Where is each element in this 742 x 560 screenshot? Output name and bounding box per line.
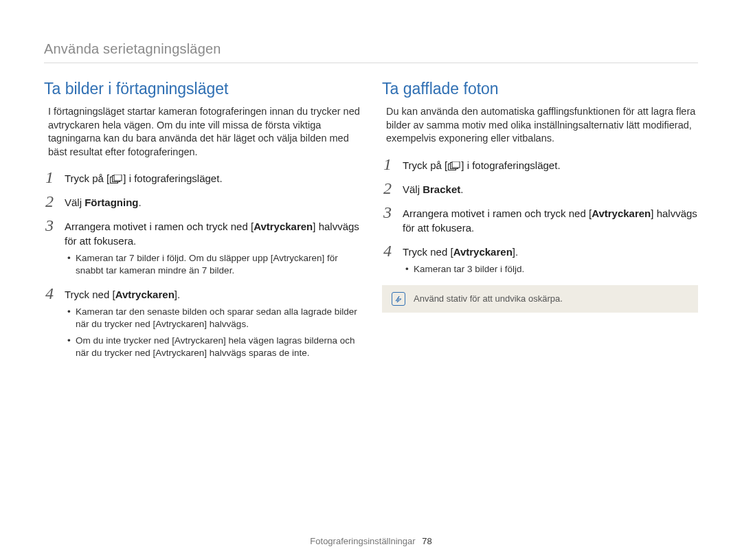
left-step-2: Välj Förtagning. (44, 195, 360, 210)
list-item: Kameran tar den senaste bilden och spara… (66, 306, 360, 331)
left-step-3-sub: Kameran tar 7 bilder i följd. Om du släp… (66, 251, 360, 277)
step-text: Arrangera motivet i ramen och tryck ned … (65, 221, 254, 232)
step-text: ]. (513, 246, 518, 258)
right-steps: Tryck på [] i fotograferingsläget. Välj … (382, 158, 698, 276)
step-text-bold: Bracket (423, 183, 460, 195)
left-step-4-sub: Kameran tar den senaste bilden och spara… (66, 304, 360, 360)
left-intro: I förtagningsläget startar kameran fotog… (48, 105, 360, 159)
sub-text-bold: Avtryckaren (155, 319, 204, 329)
page-number: 78 (422, 536, 431, 546)
left-heading: Ta bilder i förtagningsläget (44, 80, 360, 98)
burst-icon (110, 175, 122, 184)
svg-rect-2 (114, 175, 122, 181)
step-text: . (139, 197, 142, 208)
step-text-bold: Förtagning (85, 197, 138, 208)
step-text: Tryck ned [ (403, 246, 453, 258)
list-item: Om du inte trycker ned [Avtryckaren] hel… (66, 335, 360, 359)
left-steps: Tryck på [] i fotograferingsläget. Välj … (44, 171, 360, 359)
right-intro: Du kan använda den automatiska gafflings… (386, 105, 698, 146)
step-text: Tryck ned [ (65, 289, 115, 300)
step-text: Tryck på [ (403, 159, 447, 171)
left-column: Ta bilder i förtagningsläget I förtagnin… (44, 80, 360, 370)
step-text: Välj (403, 183, 423, 195)
sub-text-bold: Avtryckaren (155, 348, 204, 358)
right-step-2: Välj Bracket. (382, 182, 698, 197)
sub-text: ] halvvägs sparas de inte. (204, 348, 309, 358)
section-title: Använda serietagningslägen (44, 41, 698, 57)
step-text-bold: Avtryckaren (254, 221, 313, 232)
right-step-4-sub: Kameran tar 3 bilder i följd. (404, 262, 698, 276)
footer-label: Fotograferingsinställningar (310, 536, 415, 546)
list-item: Kameran tar 7 bilder i följd. Om du släp… (66, 252, 360, 277)
left-step-1: Tryck på [] i fotograferingsläget. (44, 171, 360, 186)
header-divider (44, 63, 698, 63)
sub-text: Kameran tar 7 bilder i följd. Om du släp… (76, 253, 273, 263)
step-text: ] i fotograferingsläget. (461, 159, 560, 171)
sub-text-bold: Avtryckaren (175, 335, 223, 346)
step-text: ]. (175, 289, 180, 300)
step-text: . (460, 183, 463, 195)
sub-text-bold: Avtryckaren (273, 253, 322, 263)
step-text: ] i fotograferingsläget. (123, 172, 222, 184)
note-icon (392, 292, 405, 306)
list-item: Kameran tar 3 bilder i följd. (404, 263, 698, 276)
step-text: Välj (65, 197, 85, 208)
sub-text: Om du inte trycker ned [ (76, 335, 175, 346)
left-step-4: Tryck ned [Avtryckaren]. Kameran tar den… (44, 287, 360, 360)
right-step-4: Tryck ned [Avtryckaren]. Kameran tar 3 b… (382, 245, 698, 276)
note-text: Använd stativ för att undvika oskärpa. (414, 293, 563, 304)
step-text: Tryck på [ (65, 172, 109, 184)
page-footer: Fotograferingsinställningar 78 (0, 536, 742, 546)
right-step-1: Tryck på [] i fotograferingsläget. (382, 158, 698, 172)
step-text: Arrangera motivet i ramen och tryck ned … (403, 208, 592, 219)
left-step-3: Arrangera motivet i ramen och tryck ned … (44, 219, 360, 277)
step-text-bold: Avtryckaren (453, 246, 513, 258)
right-column: Ta gafflade foton Du kan använda den aut… (382, 80, 698, 370)
step-text-bold: Avtryckaren (115, 289, 175, 300)
right-heading: Ta gafflade foton (382, 80, 698, 98)
content-columns: Ta bilder i förtagningsläget I förtagnin… (44, 80, 698, 370)
burst-icon (448, 161, 460, 171)
note-box: Använd stativ för att undvika oskärpa. (382, 285, 698, 313)
step-text-bold: Avtryckaren (592, 208, 651, 219)
sub-text: ] halvvägs. (204, 319, 249, 329)
right-step-3: Arrangera motivet i ramen och tryck ned … (382, 206, 698, 235)
svg-rect-5 (452, 161, 460, 168)
